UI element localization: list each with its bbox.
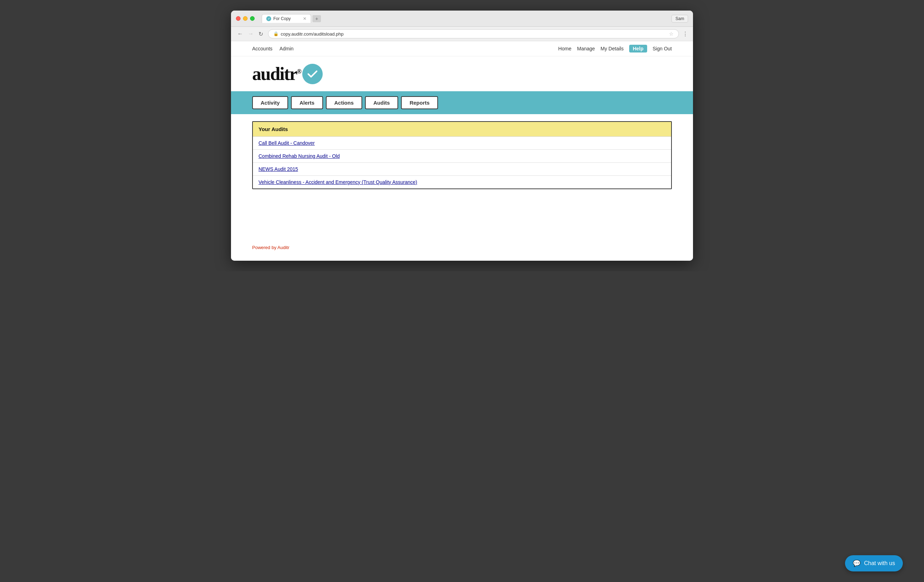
audit-row-2[interactable]: Combined Rehab Nursing Audit - Old: [253, 150, 671, 163]
page-footer: Powered by Auditr: [231, 237, 693, 261]
minimize-button[interactable]: [243, 16, 248, 21]
close-button[interactable]: [236, 16, 241, 21]
my-details-link[interactable]: My Details: [601, 46, 624, 51]
bookmark-icon[interactable]: ☆: [669, 31, 673, 37]
new-tab-button[interactable]: +: [312, 15, 321, 22]
audit-link-4[interactable]: Vehicle Cleanliness - Accident and Emerg…: [259, 179, 417, 185]
traffic-lights[interactable]: [236, 16, 255, 21]
main-content: Your Audits Call Bell Audit - Candover C…: [231, 114, 693, 237]
tab-close-icon[interactable]: ✕: [303, 16, 307, 21]
manage-link[interactable]: Manage: [577, 46, 595, 51]
browser-tab-active[interactable]: ✓ For Copy ✕: [262, 14, 311, 23]
tab-alerts[interactable]: Alerts: [291, 96, 323, 109]
lock-icon: 🔒: [273, 31, 279, 36]
reload-button[interactable]: ↻: [257, 30, 264, 38]
back-button[interactable]: ←: [236, 30, 244, 38]
audit-link-3[interactable]: NEWS Audit 2015: [259, 166, 298, 172]
home-link[interactable]: Home: [558, 46, 571, 51]
browser-menu-icon[interactable]: ⋮: [682, 31, 688, 37]
powered-by-text: Powered by Auditr: [252, 245, 290, 250]
sign-out-link[interactable]: Sign Out: [653, 46, 672, 51]
tab-activity[interactable]: Activity: [252, 96, 288, 109]
app-header: Accounts Admin Home Manage My Details He…: [231, 41, 693, 56]
logo-icon: [302, 64, 323, 84]
logo-text: auditr®: [252, 63, 301, 84]
admin-link[interactable]: Admin: [280, 46, 294, 51]
accounts-link[interactable]: Accounts: [252, 46, 272, 51]
audit-link-2[interactable]: Combined Rehab Nursing Audit - Old: [259, 153, 340, 159]
user-label[interactable]: Sam: [672, 15, 688, 23]
audit-row-4[interactable]: Vehicle Cleanliness - Accident and Emerg…: [253, 176, 671, 189]
audits-heading: Your Audits: [253, 122, 671, 137]
tab-audits[interactable]: Audits: [365, 96, 399, 109]
checkmark-icon: [306, 67, 319, 81]
url-text: copy.auditr.com/auditsload.php: [281, 31, 667, 37]
tab-actions[interactable]: Actions: [326, 96, 362, 109]
audit-row-1[interactable]: Call Bell Audit - Candover: [253, 137, 671, 150]
logo-container: auditr®: [252, 63, 323, 84]
header-left-nav: Accounts Admin: [252, 46, 294, 51]
nav-tabs-bar: Activity Alerts Actions Audits Reports: [231, 91, 693, 114]
address-bar[interactable]: 🔒 copy.auditr.com/auditsload.php ☆: [268, 29, 679, 38]
audits-table: Your Audits Call Bell Audit - Candover C…: [252, 121, 672, 189]
header-right-nav: Home Manage My Details Help Sign Out: [558, 45, 672, 53]
audit-link-1[interactable]: Call Bell Audit - Candover: [259, 140, 315, 146]
audit-row-3[interactable]: NEWS Audit 2015: [253, 163, 671, 176]
tab-reports[interactable]: Reports: [401, 96, 438, 109]
tab-title: For Copy: [273, 16, 290, 21]
logo-area: auditr®: [231, 56, 693, 91]
help-badge[interactable]: Help: [629, 45, 647, 53]
forward-button[interactable]: →: [246, 30, 255, 38]
tab-favicon-icon: ✓: [266, 16, 271, 21]
maximize-button[interactable]: [250, 16, 255, 21]
